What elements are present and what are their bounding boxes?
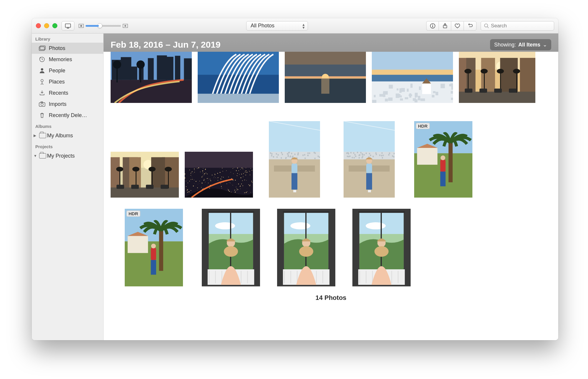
sidebar-item-label: Memories (49, 56, 72, 63)
svg-point-151 (236, 190, 237, 191)
sidebar-item-label: Places (49, 79, 65, 85)
svg-point-289 (207, 178, 207, 179)
sidebar-item-photos[interactable]: Photos (32, 43, 103, 54)
svg-point-533 (299, 246, 313, 257)
view-select[interactable]: All Photos ▲▼ (246, 21, 308, 31)
svg-point-358 (233, 168, 233, 169)
photo-thumbnail[interactable] (111, 152, 179, 198)
svg-point-241 (199, 181, 200, 181)
photos-app-window: All Photos ▲▼ Library Photos (32, 18, 558, 340)
fullscreen-window-button[interactable] (52, 23, 57, 28)
photo-thumbnail[interactable] (285, 52, 366, 103)
svg-rect-539 (359, 271, 360, 283)
svg-point-383 (211, 181, 211, 181)
svg-rect-477 (381, 155, 382, 156)
photo-thumbnail[interactable] (344, 121, 395, 198)
photo-thumbnail[interactable] (202, 209, 260, 286)
svg-rect-455 (394, 153, 395, 154)
photo-thumbnail[interactable]: HDR (125, 209, 183, 286)
svg-point-377 (231, 192, 231, 193)
info-button[interactable] (426, 21, 439, 31)
svg-point-242 (221, 177, 222, 177)
photo-thumbnail[interactable] (185, 152, 253, 198)
svg-rect-497 (128, 236, 148, 253)
svg-rect-523 (284, 271, 285, 283)
svg-rect-444 (359, 157, 360, 158)
photo-thumbnail[interactable] (459, 52, 535, 103)
svg-point-160 (251, 187, 251, 187)
photo-thumbnail[interactable]: HDR (414, 121, 472, 198)
photo-thumbnail[interactable]: Yaremcha & more (111, 52, 192, 103)
svg-point-216 (238, 189, 238, 190)
zoom-large-icon (123, 24, 128, 28)
filter-showing-button[interactable]: Showing: All Items ⌄ (490, 39, 551, 50)
svg-point-346 (217, 178, 217, 178)
svg-rect-479 (353, 152, 354, 154)
svg-rect-108 (509, 89, 517, 93)
svg-rect-529 (322, 271, 323, 283)
svg-point-254 (226, 183, 227, 184)
sidebar-item-memories[interactable]: Memories (32, 54, 103, 65)
photo-thumbnail[interactable] (352, 209, 411, 286)
svg-rect-56 (405, 97, 408, 99)
svg-rect-36 (198, 94, 279, 103)
svg-point-227 (220, 172, 221, 173)
svg-point-188 (208, 183, 209, 183)
photo-thumbnail[interactable] (269, 121, 320, 198)
svg-point-172 (207, 185, 208, 185)
svg-rect-465 (393, 156, 394, 158)
share-button[interactable] (439, 21, 451, 31)
svg-point-297 (246, 192, 246, 193)
slideshow-button[interactable] (61, 21, 74, 31)
svg-rect-93 (481, 58, 495, 94)
sidebar-item-my-projects[interactable]: ▼ My Projects (32, 150, 103, 161)
photo-thumbnail[interactable] (372, 52, 453, 103)
svg-point-320 (186, 186, 186, 187)
svg-rect-27 (175, 56, 180, 80)
rotate-button[interactable] (464, 21, 477, 31)
svg-rect-461 (354, 157, 355, 158)
thumbnail-zoom-slider[interactable] (79, 24, 128, 28)
minimize-window-button[interactable] (44, 23, 49, 28)
hdr-badge: HDR (126, 211, 140, 217)
group-title: Yaremcha & more (115, 52, 169, 53)
disclosure-right-icon: ▶ (34, 133, 38, 138)
svg-rect-73 (407, 89, 409, 91)
sidebar-item-my-albums[interactable]: ▶ My Albums (32, 130, 103, 141)
svg-point-163 (239, 173, 239, 173)
search-input[interactable] (491, 23, 551, 29)
svg-rect-114 (129, 157, 141, 189)
svg-rect-547 (358, 211, 405, 213)
sidebar-item-recently-deleted[interactable]: Recently Dele… (32, 110, 103, 121)
sidebar-item-places[interactable]: Places (32, 76, 103, 87)
svg-point-296 (201, 187, 202, 188)
svg-point-361 (243, 177, 244, 177)
svg-rect-52 (410, 84, 412, 88)
svg-point-354 (192, 177, 192, 177)
favorite-button[interactable] (451, 21, 464, 31)
svg-point-369 (221, 186, 222, 186)
svg-point-196 (241, 177, 241, 178)
svg-point-317 (250, 175, 250, 175)
svg-point-259 (240, 169, 241, 169)
search-field[interactable] (481, 21, 554, 31)
svg-rect-116 (151, 157, 165, 189)
photo-thumbnail[interactable] (277, 209, 335, 286)
svg-point-283 (191, 175, 191, 176)
svg-point-310 (200, 172, 201, 172)
photo-thumbnail[interactable] (198, 52, 279, 103)
sidebar-item-label: Imports (49, 101, 66, 107)
sidebar-item-people[interactable]: People (32, 65, 103, 76)
svg-rect-22 (130, 66, 137, 80)
svg-point-148 (205, 169, 206, 170)
svg-point-329 (251, 181, 252, 181)
search-icon (484, 23, 489, 29)
svg-rect-0 (65, 24, 71, 27)
close-window-button[interactable] (36, 23, 41, 28)
svg-point-273 (213, 188, 213, 188)
svg-point-170 (221, 180, 221, 180)
svg-point-384 (223, 171, 223, 171)
svg-point-338 (201, 177, 202, 177)
sidebar-item-imports[interactable]: Imports (32, 98, 103, 110)
sidebar-item-recents[interactable]: Recents (32, 87, 103, 98)
